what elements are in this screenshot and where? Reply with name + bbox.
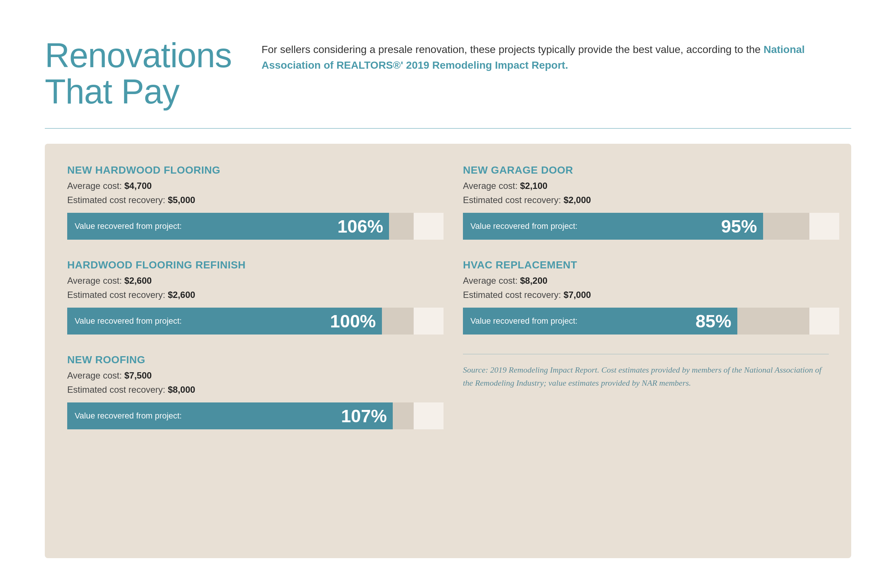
- title-block: Renovations That Pay: [45, 37, 232, 110]
- bar-fill-hardwood: Value recovered from project: 106%: [67, 213, 389, 240]
- bar-percent-refinish: 100%: [330, 311, 382, 332]
- bar-label-refinish: Value recovered from project:: [67, 316, 182, 326]
- reno-avg-cost-garage: Average cost: $2,100: [463, 179, 829, 193]
- reno-avg-cost-refinish: Average cost: $2,600: [67, 274, 433, 288]
- bar-label-hvac: Value recovered from project:: [463, 316, 578, 326]
- reno-item-hardwood-flooring: NEW HARDWOOD FLOORING Average cost: $4,7…: [67, 164, 433, 240]
- reno-title-hvac: HVAC REPLACEMENT: [463, 259, 829, 271]
- bar-percent-garage: 95%: [721, 216, 763, 237]
- bar-fill-roofing: Value recovered from project: 107%: [67, 402, 393, 430]
- bar-label-hardwood: Value recovered from project:: [67, 221, 182, 231]
- renovations-grid: NEW HARDWOOD FLOORING Average cost: $4,7…: [67, 164, 829, 449]
- reno-recovery-hardwood: Estimated cost recovery: $5,000: [67, 193, 433, 207]
- bar-overflow-refinish: [414, 308, 443, 335]
- source-block: Source: 2019 Remodeling Impact Report. C…: [463, 354, 829, 389]
- description-block: For sellers considering a presale renova…: [261, 37, 851, 73]
- bar-fill-hvac: Value recovered from project: 85%: [463, 308, 738, 335]
- bar-fill-garage: Value recovered from project: 95%: [463, 213, 763, 240]
- bar-percent-roofing: 107%: [341, 406, 393, 427]
- reno-recovery-roofing: Estimated cost recovery: $8,000: [67, 383, 433, 396]
- content-area: NEW HARDWOOD FLOORING Average cost: $4,7…: [45, 144, 851, 558]
- bar-percent-hvac: 85%: [695, 311, 738, 332]
- description-paragraph: For sellers considering a presale renova…: [261, 42, 851, 73]
- reno-item-hardwood-refinish: HARDWOOD FLOORING REFINISH Average cost:…: [67, 259, 433, 335]
- bar-overflow-garage: [809, 213, 839, 240]
- bar-label-garage: Value recovered from project:: [463, 221, 578, 231]
- right-column: NEW GARAGE DOOR Average cost: $2,100 Est…: [463, 164, 829, 449]
- reno-title-garage-door: NEW GARAGE DOOR: [463, 164, 829, 176]
- bar-hardwood-refinish: Value recovered from project: 100%: [67, 308, 433, 335]
- bar-fill-refinish: Value recovered from project: 100%: [67, 308, 382, 335]
- reno-title-hardwood-refinish: HARDWOOD FLOORING REFINISH: [67, 259, 433, 271]
- reno-recovery-refinish: Estimated cost recovery: $2,600: [67, 288, 433, 302]
- source-divider: [463, 354, 829, 354]
- reno-avg-cost-hvac: Average cost: $8,200: [463, 274, 829, 288]
- main-title: Renovations That Pay: [45, 37, 232, 110]
- reno-recovery-hvac: Estimated cost recovery: $7,000: [463, 288, 829, 302]
- header: Renovations That Pay For sellers conside…: [45, 37, 851, 110]
- bar-percent-hardwood: 106%: [337, 216, 389, 237]
- bar-overflow-hvac: [809, 308, 839, 335]
- reno-title-hardwood-flooring: NEW HARDWOOD FLOORING: [67, 164, 433, 176]
- page: Renovations That Pay For sellers conside…: [0, 0, 896, 588]
- bar-garage-door: Value recovered from project: 95%: [463, 213, 829, 240]
- bar-hardwood-flooring: Value recovered from project: 106%: [67, 213, 433, 240]
- source-text: Source: 2019 Remodeling Impact Report. C…: [463, 363, 829, 389]
- reno-title-roofing: NEW ROOFING: [67, 354, 433, 366]
- bar-overflow-hardwood: [414, 213, 443, 240]
- reno-avg-cost-roofing: Average cost: $7,500: [67, 369, 433, 382]
- reno-item-garage-door: NEW GARAGE DOOR Average cost: $2,100 Est…: [463, 164, 829, 240]
- bar-overflow-roofing: [414, 402, 443, 430]
- reno-recovery-garage: Estimated cost recovery: $2,000: [463, 193, 829, 207]
- bar-label-roofing: Value recovered from project:: [67, 411, 182, 421]
- reno-item-hvac: HVAC REPLACEMENT Average cost: $8,200 Es…: [463, 259, 829, 335]
- header-divider: [45, 128, 851, 129]
- reno-item-roofing: NEW ROOFING Average cost: $7,500 Estimat…: [67, 354, 433, 430]
- bar-hvac: Value recovered from project: 85%: [463, 308, 829, 335]
- bar-roofing: Value recovered from project: 107%: [67, 402, 433, 430]
- reno-avg-cost-hardwood: Average cost: $4,700: [67, 179, 433, 193]
- left-column: NEW HARDWOOD FLOORING Average cost: $4,7…: [67, 164, 433, 449]
